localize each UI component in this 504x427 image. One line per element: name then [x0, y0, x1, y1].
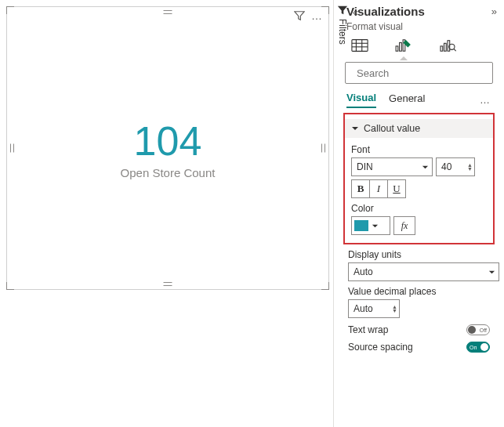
svg-rect-8 — [441, 46, 443, 51]
italic-button[interactable]: I — [369, 179, 388, 198]
text-wrap-toggle[interactable]: Off — [466, 324, 490, 335]
search-input[interactable] — [355, 67, 490, 80]
svg-rect-0 — [352, 40, 368, 52]
visualizations-panel: Visualizations » Format visual Visual Ge… — [333, 0, 504, 427]
display-units-label: Display units — [348, 249, 490, 260]
tabs-more-icon[interactable]: … — [480, 94, 491, 106]
toggle-state: On — [470, 345, 477, 350]
panel-subtitle: Format visual — [346, 21, 496, 32]
font-size-value: 40 — [441, 161, 451, 172]
expand-panel-chevron[interactable]: » — [491, 5, 495, 17]
font-size-spinner[interactable]: ▲▼ — [467, 163, 473, 171]
bold-button[interactable]: B — [351, 179, 370, 198]
filters-label: Filters — [337, 19, 348, 45]
source-spacing-toggle[interactable]: On — [466, 342, 490, 353]
font-family-select[interactable]: DIN — [351, 157, 433, 176]
color-picker[interactable] — [351, 216, 390, 235]
display-units-select[interactable]: Auto — [348, 262, 499, 281]
color-label: Color — [351, 203, 487, 214]
svg-line-12 — [454, 49, 456, 52]
decimal-places-label: Value decimal places — [348, 286, 490, 297]
svg-rect-9 — [444, 43, 447, 51]
callout-value-section-highlight: Callout value Font DIN 40 ▲▼ B I U Color — [343, 113, 495, 244]
decimal-spinner[interactable]: ▲▼ — [392, 305, 397, 313]
collapse-panel-chevron[interactable]: « — [353, 6, 356, 18]
conditional-formatting-button[interactable]: fx — [393, 216, 415, 235]
report-canvas: … 104 Open Store Count — [0, 0, 333, 427]
svg-rect-5 — [396, 46, 398, 51]
panel-title: Visualizations — [346, 5, 425, 18]
tab-visual[interactable]: Visual — [346, 92, 376, 108]
decimal-places-value: Auto — [354, 303, 373, 314]
font-label: Font — [351, 144, 487, 155]
toggle-state: Off — [480, 327, 487, 333]
decimal-places-input[interactable]: Auto ▲▼ — [348, 299, 400, 318]
svg-rect-6 — [400, 42, 402, 51]
tab-general[interactable]: General — [389, 92, 425, 107]
callout-value-section-header[interactable]: Callout value — [345, 119, 493, 138]
card-visual[interactable]: … 104 Open Store Count — [6, 6, 329, 290]
card-caption: Open Store Count — [121, 166, 216, 179]
analytics-tab[interactable] — [436, 37, 459, 54]
card-value: 104 — [134, 118, 202, 165]
text-wrap-label: Text wrap — [348, 324, 388, 335]
color-swatch — [354, 220, 368, 231]
source-spacing-label: Source spacing — [348, 342, 413, 353]
format-visual-tab[interactable] — [392, 37, 415, 54]
underline-button[interactable]: U — [387, 179, 406, 198]
section-title: Callout value — [364, 123, 420, 134]
display-units-value: Auto — [354, 266, 373, 277]
font-family-value: DIN — [357, 161, 373, 172]
format-search-input[interactable] — [345, 62, 493, 84]
build-visual-tab[interactable] — [348, 37, 372, 54]
font-size-input[interactable]: 40 ▲▼ — [436, 157, 475, 176]
